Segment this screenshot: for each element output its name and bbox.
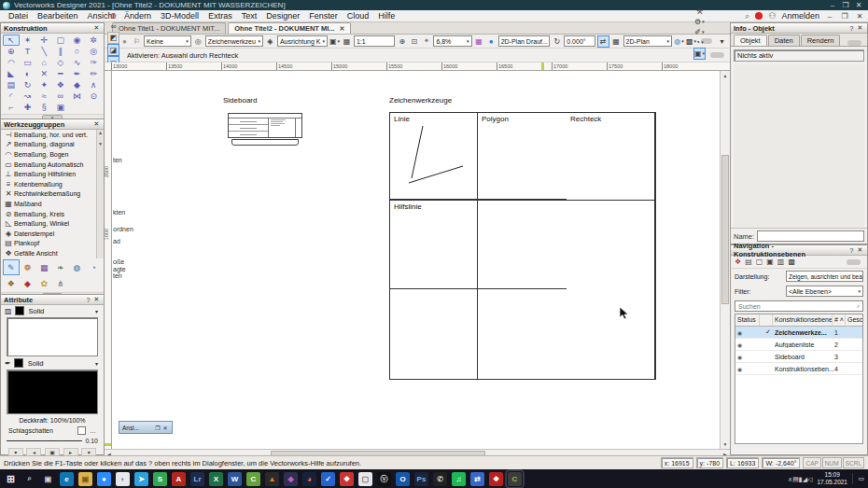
visibility-eye-icon[interactable]: ◉	[735, 342, 762, 348]
table-cell[interactable]: Linie	[390, 113, 478, 201]
table-cell[interactable]: Rechteck	[567, 113, 655, 201]
zoom-fit-icon[interactable]: ⊡	[409, 36, 419, 47]
filter-select[interactable]: <Alle Ebenen>▾	[786, 286, 863, 297]
scrollbar-thumb[interactable]	[721, 155, 729, 304]
tool-group-item[interactable]: ≡ Kotenbemaßung	[1, 179, 104, 189]
forward-icon[interactable]: ●	[119, 36, 130, 47]
menu-item[interactable]: Datei	[4, 11, 33, 21]
tool-icon[interactable]: ━	[52, 68, 69, 79]
taskbar-app-icon[interactable]: ⇄	[470, 472, 484, 486]
sheet-icon[interactable]: ▦	[342, 36, 352, 47]
tool-set-button[interactable]: ✿	[35, 275, 52, 291]
table-cell[interactable]	[390, 289, 478, 379]
column-name[interactable]: Konstruktionsebene	[773, 314, 833, 326]
projection-select[interactable]: 2D-Plan Drauf...▾	[498, 35, 551, 47]
tool-group-item[interactable]: ▭ Bemaßung Automatisch	[1, 160, 104, 170]
tool-mode-icon[interactable]: ∞	[107, 21, 119, 32]
scroll-up-icon[interactable]: ▲	[721, 71, 730, 80]
object-name-input[interactable]	[757, 230, 864, 242]
saved-view-select[interactable]: Keine▾	[144, 35, 191, 47]
table-cell[interactable]	[478, 201, 567, 289]
nav-mode-icon[interactable]: ▣	[766, 258, 774, 266]
tool-icon[interactable]: ◉	[69, 35, 86, 46]
tab-close-icon[interactable]: ✕	[340, 25, 345, 33]
layer-search-input[interactable]	[735, 300, 863, 312]
taskbar-app-icon[interactable]: W	[228, 472, 242, 486]
pen-style-select[interactable]: Solid▾	[26, 359, 100, 368]
tool-icon[interactable]: ▣	[52, 102, 69, 113]
tool-icon[interactable]: §	[35, 102, 52, 113]
tool-icon[interactable]: ✦	[35, 79, 52, 91]
grid-icon[interactable]: ▦	[611, 36, 622, 47]
document-minimize-button[interactable]: –	[825, 12, 834, 21]
tool-icon[interactable]: ≈	[35, 91, 52, 102]
tool-group-item[interactable]: ▤ Plankopf	[1, 239, 104, 249]
nav-mode-icon[interactable]: ▤	[745, 258, 752, 266]
nav-mode-icon[interactable]: ▢	[756, 258, 763, 266]
close-icon[interactable]: ✕	[92, 120, 101, 128]
class-icon[interactable]: ◈	[265, 36, 275, 47]
taskbar-clock[interactable]: 15:09 17.05.2021	[817, 471, 847, 486]
tool-set-button[interactable]: ✎	[3, 259, 20, 275]
taskbar-app-icon[interactable]: O	[396, 472, 410, 486]
taskbar-app-icon[interactable]: ✓	[321, 472, 335, 486]
tool-icon[interactable]: ❖	[52, 79, 69, 91]
tool-icon[interactable]: ⊙	[85, 91, 102, 102]
tool-icon[interactable]: ⋈	[69, 91, 86, 102]
taskbar-app-icon[interactable]: Lr	[190, 472, 204, 486]
fill-bucket-icon[interactable]: ▨	[5, 307, 12, 315]
column-status[interactable]: Status	[735, 314, 760, 326]
tool-icon[interactable]: ╲	[35, 46, 52, 57]
taskbar-app-icon[interactable]: A	[172, 472, 186, 486]
layer-name[interactable]: Aufgabenliste	[775, 342, 834, 348]
fill-style-select[interactable]: Solid▾	[27, 307, 100, 315]
tool-icon[interactable]: ◐	[20, 68, 36, 79]
render-mode-icon[interactable]: ●	[486, 36, 497, 47]
search-icon[interactable]: ⌕	[745, 11, 749, 21]
tool-set-button[interactable]: ◔	[85, 259, 102, 275]
tool-icon[interactable]: ✏	[85, 68, 102, 79]
tool-icon[interactable]: ⌂	[35, 57, 52, 68]
tool-icon[interactable]: ▭	[20, 57, 36, 68]
close-icon[interactable]: ✕	[92, 296, 101, 303]
tool-icon[interactable]: ◇	[52, 57, 69, 68]
layer-row[interactable]: ◉ Konstruktionseben... 4	[735, 363, 862, 375]
tool-icon[interactable]: ▤	[3, 79, 20, 91]
tool-group-item[interactable]: ↗ Bemaßung, diagonal	[1, 140, 104, 150]
taskbar-app-icon[interactable]: ◆	[284, 472, 298, 486]
layer-name[interactable]: Sideboard	[775, 354, 834, 360]
tool-icon[interactable]: ✚	[20, 102, 36, 113]
tool-set-button[interactable]: ◆	[20, 275, 36, 291]
navigation-panel-titlebar[interactable]: Navigation - Konstruktionsebenen ? ✕	[731, 245, 867, 256]
column-geschoss[interactable]: Geschoss	[846, 314, 863, 326]
menu-item[interactable]: Extras	[203, 11, 237, 21]
tool-icon[interactable]: ∞	[52, 91, 69, 102]
layer-row[interactable]: ◉ ✓ Zeichenwerkze... 1	[735, 327, 862, 339]
minimized-palette[interactable]: Ansi... ❐ ✕	[119, 421, 173, 434]
tool-group-item[interactable]: ⊣ Bemaßung, hor. und vert.	[1, 130, 104, 140]
table-cell[interactable]	[567, 201, 655, 289]
taskbar-app-icon[interactable]: ◗	[116, 472, 130, 486]
taskbar-app-icon[interactable]: ♫	[452, 472, 466, 486]
drop-shadow-checkbox[interactable]	[77, 426, 86, 435]
zoom-in-icon[interactable]: ⊕	[397, 36, 407, 47]
tray-icon[interactable]: ▤	[792, 476, 799, 482]
tool-set-button[interactable]: ⋔	[52, 275, 69, 291]
taskbar-app-icon[interactable]: ⌕	[22, 472, 36, 486]
alignment-select[interactable]: Ausrichtung K▾	[277, 35, 328, 47]
options-icon[interactable]: ▣	[329, 36, 340, 47]
tool-icon[interactable]: ◜	[3, 91, 20, 102]
taskbar-app-icon[interactable]: ▣	[41, 472, 55, 486]
tool-icon[interactable]: ◣	[3, 68, 20, 79]
zoom-selection-icon[interactable]: ⌖	[421, 36, 431, 47]
pen-color-chip[interactable]	[14, 358, 23, 368]
tool-icon[interactable]: ◆	[69, 79, 86, 91]
tool-icon[interactable]: ✲	[85, 35, 102, 46]
tool-icon[interactable]: ∿	[69, 57, 86, 68]
multi-view-icon[interactable]: ▦	[474, 36, 484, 47]
drop-shadow-options-button[interactable]: …	[90, 427, 96, 434]
restore-icon[interactable]: ❐	[154, 425, 161, 431]
layer-name[interactable]: Zeichenwerkze...	[775, 329, 834, 336]
working-plane-icon[interactable]: ⇄	[597, 35, 609, 48]
view-select[interactable]: 2D-Plan▾	[623, 35, 672, 47]
